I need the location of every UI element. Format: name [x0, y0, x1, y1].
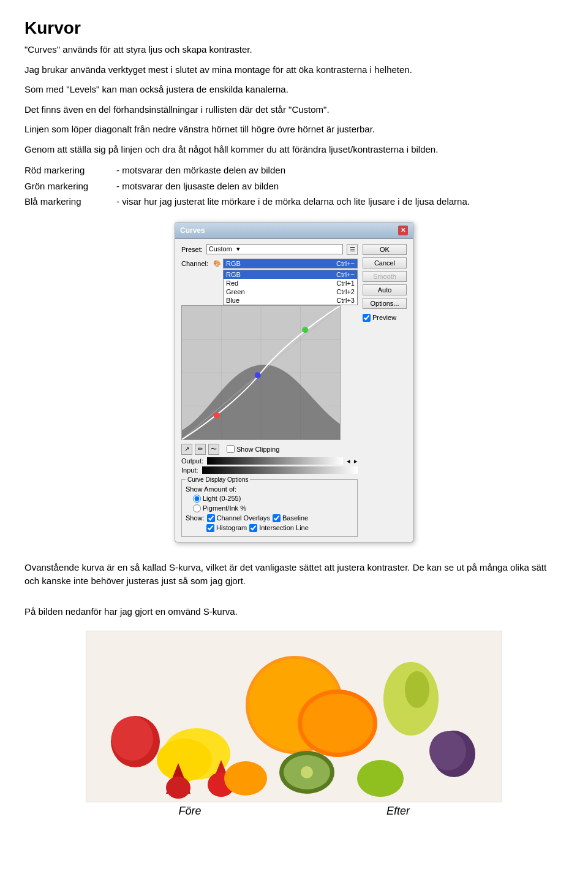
channel-overlays-text: Channel Overlays — [217, 514, 270, 522]
output-label: Output: — [181, 457, 203, 465]
fruit-scene: Curves Preset: Linear Channel: RGB Outpu… — [86, 631, 502, 802]
curves-canvas-area: ↗ ✏ 〜 Show Clipping Output: ◂ ▸ — [181, 305, 358, 537]
tool-icons-row: ↗ ✏ 〜 Show Clipping — [181, 444, 358, 455]
show-label: Show: — [186, 514, 205, 522]
svg-point-21 — [111, 717, 153, 761]
channel-rgb-selected: RGB Ctrl+~ — [224, 259, 357, 268]
dialog-right-panel: OK Cancel Smooth Auto Options... Preview — [363, 244, 407, 537]
histogram-checkbox[interactable] — [206, 524, 214, 532]
preset-select[interactable]: Custom ▾ — [206, 244, 343, 254]
baseline-label: Baseline — [273, 514, 308, 522]
baseline-text: Baseline — [282, 514, 308, 522]
curves-canvas[interactable] — [181, 305, 341, 440]
second-curve-p: På bilden nedanför har jag gjort en omvä… — [24, 605, 564, 619]
svg-point-17 — [224, 761, 267, 796]
markering-label-green: Grön markering — [24, 178, 116, 194]
preset-menu-icon[interactable]: ☰ — [347, 244, 358, 255]
channel-dropdown-menu[interactable]: RGB Ctrl+~ Red Ctrl+1 Green Ctrl+2 Blu — [223, 270, 358, 305]
preview-checkbox[interactable] — [363, 314, 371, 322]
fruit-image-area: Curves Preset: Linear Channel: RGB Outpu… — [86, 631, 502, 802]
show-clipping-checkbox[interactable] — [227, 445, 235, 453]
svg-point-16 — [357, 760, 404, 797]
dialog-titlebar: Curves ✕ — [175, 222, 413, 239]
svg-point-8 — [405, 671, 429, 708]
intro-p6: Genom att ställa sig på linjen och dra å… — [24, 143, 564, 157]
pigment-radio-row: Pigment/Ink % — [186, 504, 353, 512]
svg-point-15 — [166, 777, 190, 799]
show-clipping-label: Show Clipping — [236, 446, 279, 453]
output-gradient — [207, 457, 343, 465]
svg-point-19 — [429, 731, 466, 770]
input-row: Input: — [181, 466, 358, 474]
markering-label-red: Röd markering — [24, 162, 116, 178]
intro-p1: "Curves" används för att styra ljus och … — [24, 43, 564, 57]
light-radio[interactable] — [193, 495, 201, 503]
markering-row-red: Röd markering - motsvarar den mörkaste d… — [24, 162, 564, 178]
preview-row: Preview — [363, 314, 407, 322]
channel-row: Channel: 🎨 RGB Ctrl+~ RGB — [181, 259, 358, 268]
show-amount-label: Show Amount of: — [186, 485, 236, 493]
page-title: Kurvor — [24, 18, 564, 38]
intro-p3: Som med "Levels" kan man också justera d… — [24, 83, 564, 97]
output-handle-right[interactable]: ▸ — [354, 457, 358, 465]
close-icon[interactable]: ✕ — [398, 226, 408, 235]
channel-menu-green[interactable]: Green Ctrl+2 — [224, 287, 357, 296]
cancel-button[interactable]: Cancel — [363, 257, 407, 268]
channel-menu-rgb[interactable]: RGB Ctrl+~ — [224, 270, 357, 279]
fruits-container: Curves Preset: Linear Channel: RGB Outpu… — [24, 631, 564, 818]
light-label: Light (0-255) — [203, 495, 241, 502]
svg-point-6 — [157, 739, 212, 781]
fruit-svg — [86, 631, 502, 802]
show-checkboxes-row: Show: Channel Overlays Baseline — [186, 514, 353, 522]
histogram-text: Histogram — [216, 524, 247, 531]
auto-button[interactable]: Auto — [363, 284, 407, 295]
dialog-title: Curves — [180, 226, 205, 235]
intersection-text: Intersection Line — [259, 524, 309, 531]
channel-dropdown-wrap: RGB Ctrl+~ RGB Ctrl+~ Red Ctrl+1 — [223, 259, 358, 268]
input-gradient — [202, 466, 358, 474]
before-label: Före — [86, 802, 294, 818]
markering-block: Röd markering - motsvarar den mörkaste d… — [24, 162, 564, 210]
dialog-left-panel: Preset: Custom ▾ ☰ Channel: 🎨 RGB C — [181, 244, 358, 537]
pigment-label: Pigment/Ink % — [203, 504, 246, 512]
smooth-tool-icon[interactable]: 〜 — [208, 444, 219, 455]
baseline-checkbox[interactable] — [273, 514, 281, 522]
preset-value: Custom — [209, 245, 232, 253]
ok-button[interactable]: OK — [363, 244, 407, 255]
options-button[interactable]: Options... — [363, 298, 407, 309]
dialog-body: Preset: Custom ▾ ☰ Channel: 🎨 RGB C — [175, 239, 413, 542]
pencil-tool-icon[interactable]: ✏ — [195, 444, 206, 455]
svg-point-4 — [302, 694, 373, 753]
curve-display-options: Curve Display Options Show Amount of: Li… — [181, 476, 358, 537]
curves-dialog: Curves ✕ Preset: Custom ▾ ☰ Channel: 🎨 — [175, 222, 413, 542]
markering-row-green: Grön markering - motsvarar den ljusaste … — [24, 178, 564, 194]
channel-menu-red[interactable]: Red Ctrl+1 — [224, 279, 357, 287]
show-amount-row: Show Amount of: — [186, 485, 353, 493]
markering-label-blue: Blå markering — [24, 194, 116, 210]
intro-p4: Det finns även en del förhandsinställnin… — [24, 103, 564, 117]
before-after-labels: Före Efter — [86, 802, 502, 818]
channel-overlays-label: Channel Overlays — [207, 514, 270, 522]
light-radio-label: Light (0-255) — [193, 495, 241, 503]
histogram-row: Histogram Intersection Line — [186, 524, 353, 532]
channel-overlays-checkbox[interactable] — [207, 514, 215, 522]
select-tool-icon[interactable]: ↗ — [181, 444, 192, 455]
markering-desc-red: - motsvarar den mörkaste delen av bilden — [116, 162, 564, 178]
show-clipping-checkbox-wrap: Show Clipping — [227, 445, 279, 453]
channel-icon: 🎨 — [213, 260, 221, 267]
curve-display-options-legend: Curve Display Options — [186, 476, 250, 483]
intersection-checkbox[interactable] — [249, 524, 257, 532]
pigment-radio[interactable] — [193, 504, 201, 512]
channel-label: Channel: — [181, 260, 211, 267]
markering-row-blue: Blå markering - visar hur jag justerat l… — [24, 194, 564, 210]
input-label: Input: — [181, 466, 198, 474]
preset-row: Preset: Custom ▾ ☰ — [181, 244, 358, 255]
channel-select-box[interactable]: RGB Ctrl+~ — [223, 259, 358, 268]
after-label: Efter — [294, 802, 502, 818]
output-handle-left[interactable]: ◂ — [347, 457, 350, 465]
channel-menu-blue[interactable]: Blue Ctrl+3 — [224, 296, 357, 305]
smooth-button[interactable]: Smooth — [363, 271, 407, 282]
markering-desc-blue: - visar hur jag justerat lite mörkare i … — [116, 194, 564, 210]
output-row: Output: ◂ ▸ — [181, 457, 358, 465]
preview-label: Preview — [372, 314, 396, 321]
